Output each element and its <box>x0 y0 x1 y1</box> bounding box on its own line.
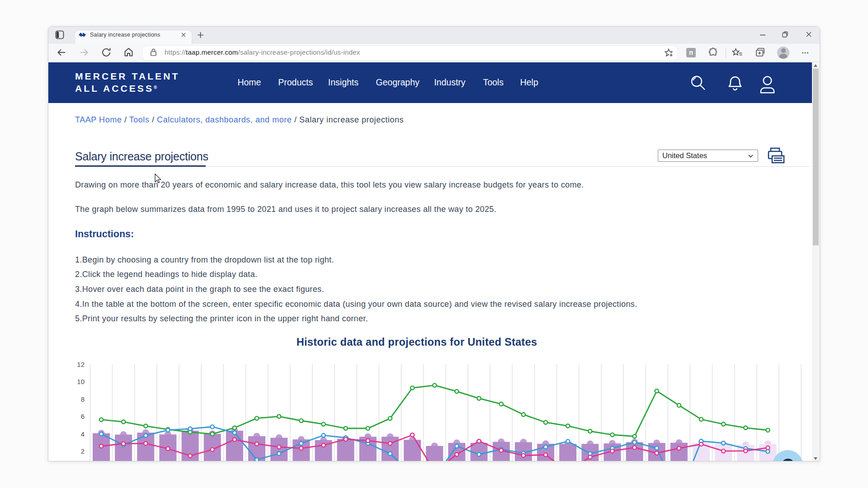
svg-text:8: 8 <box>81 395 85 403</box>
svg-text:6: 6 <box>81 413 85 420</box>
svg-text:4: 4 <box>81 430 85 438</box>
svg-text:12: 12 <box>77 361 85 368</box>
svg-text:10: 10 <box>77 378 85 385</box>
svg-text:2: 2 <box>81 447 85 455</box>
